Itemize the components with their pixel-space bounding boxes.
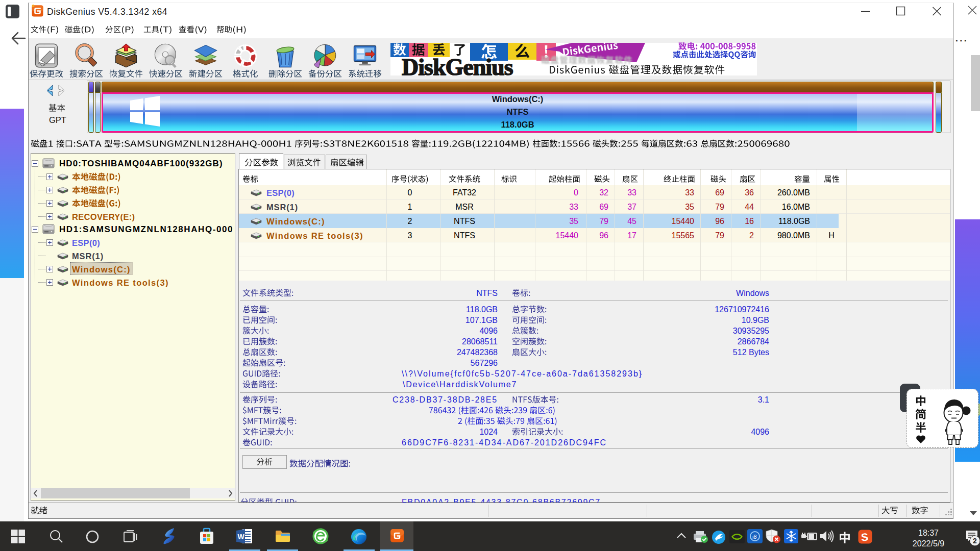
svg-text:2: 2 [973, 537, 977, 545]
svg-text:S: S [861, 531, 869, 543]
svg-text:i8: i8 [752, 534, 757, 540]
svg-text:W: W [238, 533, 245, 541]
